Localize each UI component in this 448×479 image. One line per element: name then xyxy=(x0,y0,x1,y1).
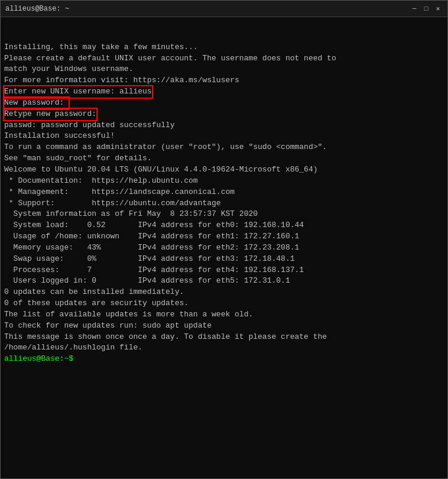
minimize-button[interactable]: ─ xyxy=(410,4,419,14)
terminal-line: Swap usage: 0% IPv4 address for eth3: 17… xyxy=(4,254,444,265)
terminal-line: * Documentation: https://help.ubuntu.com xyxy=(4,176,444,187)
titlebar-buttons: ─ □ ✕ xyxy=(410,4,443,14)
terminal-line: This message is shown once once a day. T… xyxy=(4,332,444,343)
terminal-body[interactable]: Installing, this may take a few minutes.… xyxy=(1,17,447,478)
terminal-line: Installing, this may take a few minutes.… xyxy=(4,42,444,53)
terminal-line: Enter new UNIX username: allieus xyxy=(4,86,444,98)
terminal-line: Users logged in: 0 IPv4 address for eth5… xyxy=(4,276,444,287)
maximize-button[interactable]: □ xyxy=(421,4,431,14)
terminal-line: System information as of Fri May 8 23:57… xyxy=(4,209,444,220)
titlebar: allieus@Base: ~ ─ □ ✕ xyxy=(1,1,447,17)
close-button[interactable]: ✕ xyxy=(433,4,443,14)
terminal-line: New password: xyxy=(4,98,444,109)
terminal-line: Usage of /home: unknown IPv4 address for… xyxy=(4,231,444,242)
terminal-line: To check for new updates run: sudo apt u… xyxy=(4,321,444,332)
terminal-window: allieus@Base: ~ ─ □ ✕ Installing, this m… xyxy=(0,0,448,479)
terminal-line: allieus@Base:~$ xyxy=(4,354,444,365)
terminal-line: Please create a default UNIX user accoun… xyxy=(4,53,444,64)
terminal-line: Installation successful! xyxy=(4,131,444,142)
terminal-line: match your Windows username. xyxy=(4,64,444,75)
terminal-line: * Management: https://landscape.canonica… xyxy=(4,187,444,198)
terminal-line: /home/allieus/.hushlogin file. xyxy=(4,342,444,354)
terminal-line: 0 of these updates are security updates. xyxy=(4,298,444,309)
terminal-line: 0 updates can be installed immediately. xyxy=(4,287,444,298)
terminal-line: * Support: https://ubuntu.com/advantage xyxy=(4,198,444,209)
terminal-line: passwd: password updated successfully xyxy=(4,120,444,131)
titlebar-title: allieus@Base: ~ xyxy=(5,5,69,13)
terminal-line: Memory usage: 43% IPv4 address for eth2:… xyxy=(4,242,444,254)
terminal-line: To run a command as administrator (user … xyxy=(4,142,444,153)
terminal-line: Retype new password: xyxy=(4,109,444,120)
terminal-line: Welcome to Ubuntu 20.04 LTS (GNU/Linux 4… xyxy=(4,164,444,176)
terminal-line: For more information visit: https://aka.… xyxy=(4,75,444,86)
terminal-line: See "man sudo_root" for details. xyxy=(4,153,444,164)
terminal-line: System load: 0.52 IPv4 address for eth0:… xyxy=(4,220,444,231)
terminal-line: The list of available updates is more th… xyxy=(4,309,444,321)
terminal-line: Processes: 7 IPv4 address for eth4: 192.… xyxy=(4,265,444,276)
